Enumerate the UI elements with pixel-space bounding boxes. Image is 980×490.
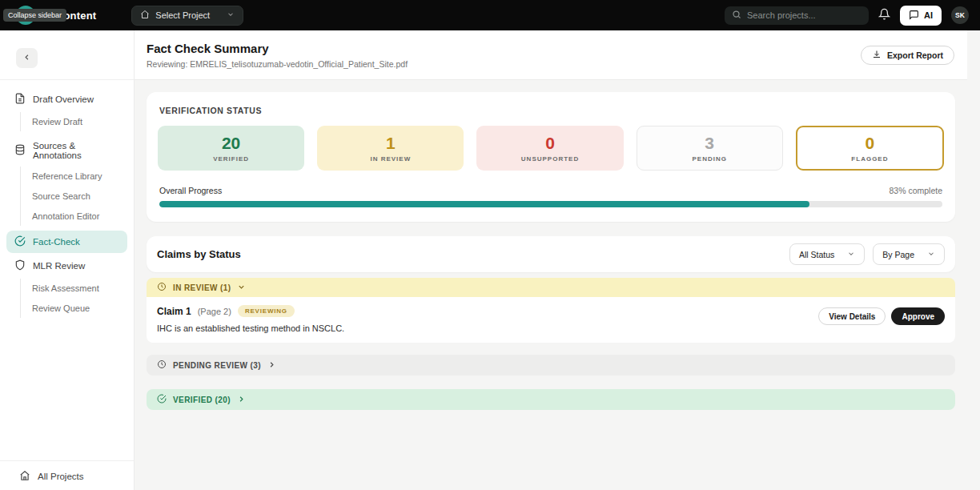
claims-header-card: Claims by Status All Status By Page [147,236,955,272]
main-area: Fact Check Summary Reviewing: EMRELIS_te… [135,30,980,490]
chevron-down-icon [237,283,246,293]
stat-label: FLAGGED [851,155,888,163]
sidebar-item-all-projects[interactable]: All Projects [0,460,134,490]
sidebar-item-label: Sources & Annotations [33,141,121,160]
approve-button[interactable]: Approve [891,307,945,325]
collapse-sidebar-button[interactable] [16,48,38,68]
stat-value: 1 [386,134,396,152]
document-icon [14,93,26,106]
check-circle-icon [14,235,26,248]
page-header: Fact Check Summary Reviewing: EMRELIS_te… [135,30,967,80]
stat-value: 3 [705,134,714,152]
progress-label: Overall Progress [159,186,222,195]
stat-value: 0 [545,134,555,152]
shield-icon [14,259,26,272]
claim-page: (Page 2) [198,307,231,316]
bell-icon [878,8,890,22]
claims-title: Claims by Status [157,248,241,260]
group-label: PENDING REVIEW (3) [173,361,261,370]
page-title: Fact Check Summary [147,42,408,55]
chevron-down-icon [847,250,855,259]
check-circle-icon [157,394,167,405]
group-header-in-review[interactable]: IN REVIEW (1) [147,278,955,297]
claim-row: Claim 1 (Page 2) REVIEWING IHC is an est… [147,297,955,343]
sidebar-item-mlr-review[interactable]: MLR Review [6,255,127,277]
verification-status-label: VERIFICATION STATUS [159,106,944,115]
stat-label: PENDING [692,155,726,163]
sidebar-subgroup-sources: Reference Library Source Search Annotati… [20,167,127,226]
chevron-down-icon [927,250,935,259]
clock-icon [157,359,167,371]
page-subtitle: Reviewing: EMRELIS_telisotuzumab-vedotin… [147,59,408,69]
sidebar-footer-label: All Projects [38,472,84,481]
chevron-right-icon [237,395,246,405]
stats-row: 20 VERIFIED 1 IN REVIEW 0 UNSUPPORTED 3 … [158,126,944,171]
sidebar-item-source-search[interactable]: Source Search [26,187,127,206]
stat-card-flagged[interactable]: 0 FLAGGED [796,126,944,171]
home-icon [140,10,150,21]
chevron-down-icon [227,10,235,20]
clock-icon [157,282,167,293]
sidebar-subgroup-draft: Review Draft [20,112,127,131]
stat-card-verified[interactable]: 20 VERIFIED [158,126,304,171]
group-label: VERIFIED (20) [173,396,231,404]
claims-group-pending-review[interactable]: PENDING REVIEW (3) [147,355,955,376]
brand-logo-wrap: Collapse sidebar [0,0,53,30]
sort-filter-select[interactable]: By Page [873,243,945,265]
group-label: IN REVIEW (1) [173,283,231,292]
chevron-left-icon [22,52,31,64]
home-icon [19,470,30,483]
sidebar-item-draft-overview[interactable]: Draft Overview [6,88,127,110]
search-icon [732,8,741,22]
sidebar-divider [0,79,134,80]
database-icon [14,144,26,157]
view-details-button[interactable]: View Details [818,307,886,325]
sidebar-item-sources-annotations[interactable]: Sources & Annotations [6,136,127,165]
stat-value: 20 [222,134,240,152]
stat-card-in-review[interactable]: 1 IN REVIEW [317,126,464,171]
search-input[interactable] [747,10,862,20]
sidebar-item-risk-assessment[interactable]: Risk Assessment [26,279,127,298]
stat-label: UNSUPPORTED [521,155,579,163]
progress-percent-text: 83% complete [889,186,942,195]
progress-bar-fill [159,201,809,207]
search-box[interactable] [725,6,869,25]
status-filter-select[interactable]: All Status [789,243,865,265]
topbar: Collapse sidebar lContent Select Project… [0,0,980,30]
sidebar-subgroup-mlr: Risk Assessment Review Queue [20,279,127,318]
sort-filter-label: By Page [882,250,914,259]
sidebar-item-review-draft[interactable]: Review Draft [26,112,127,131]
download-icon [872,50,882,61]
sidebar-item-review-queue[interactable]: Review Queue [26,299,127,318]
ai-assistant-button[interactable]: AI [900,6,942,26]
project-select-button[interactable]: Select Project [131,6,243,26]
claim-name: Claim 1 [157,306,191,317]
claim-status-badge: REVIEWING [238,305,295,317]
status-filter-label: All Status [799,250,834,259]
claims-group-verified[interactable]: VERIFIED (20) [147,389,955,410]
notifications-button[interactable] [878,8,890,22]
sidebar-item-label: MLR Review [33,261,85,271]
sidebar-item-label: Draft Overview [33,94,94,104]
stat-label: IN REVIEW [370,155,411,163]
export-report-button[interactable]: Export Report [861,46,954,65]
claim-text: IHC is an established testing method in … [157,323,344,333]
stat-value: 0 [866,134,875,152]
verification-status-card: VERIFICATION STATUS 20 VERIFIED 1 IN REV… [147,92,955,222]
chevron-right-icon [267,360,276,371]
sidebar-item-fact-check[interactable]: Fact-Check [6,231,127,253]
sidebar: Draft Overview Review Draft Sources & An… [0,30,135,490]
project-select-label: Select Project [155,10,210,20]
stat-card-unsupported[interactable]: 0 UNSUPPORTED [476,126,623,171]
claims-group-in-review: IN REVIEW (1) Claim 1 (Page 2) REVIEWING… [147,278,955,343]
ai-button-label: AI [924,10,933,20]
stat-card-pending[interactable]: 3 PENDING [637,126,783,171]
sidebar-nav: Draft Overview Review Draft Sources & An… [0,88,134,323]
sidebar-item-annotation-editor[interactable]: Annotation Editor [26,207,127,226]
collapse-sidebar-tooltip: Collapse sidebar [3,9,66,22]
sidebar-item-label: Fact-Check [33,237,80,247]
user-avatar[interactable]: SK [951,6,969,24]
chat-icon [909,10,919,22]
stat-label: VERIFIED [213,155,249,163]
sidebar-item-reference-library[interactable]: Reference Library [26,167,127,186]
